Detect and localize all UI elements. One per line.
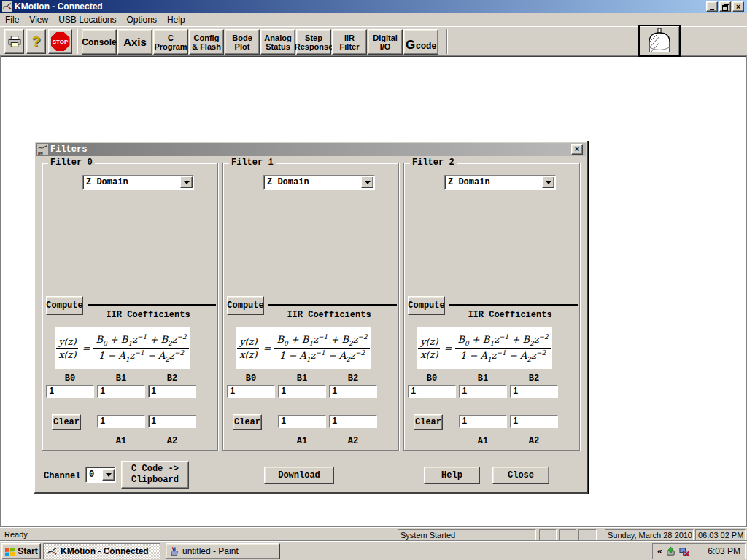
minimize-icon <box>710 9 714 10</box>
b2-label: B2 <box>329 373 377 384</box>
window-titlebar[interactable]: KMotion - Connected × <box>0 0 747 13</box>
task-paint-label: untitled - Paint <box>182 546 239 556</box>
filter0-b2-input[interactable] <box>148 385 196 398</box>
b1-label: B1 <box>459 373 507 384</box>
b0-label: B0 <box>408 373 456 384</box>
filters-close-button[interactable]: × <box>571 144 583 155</box>
status-system: System Started <box>398 529 536 540</box>
console-button[interactable]: Console <box>82 29 117 55</box>
status-time: 06:03 02 PM <box>695 529 746 540</box>
filter1-b2-input[interactable] <box>329 385 377 398</box>
filter0-b0-input[interactable] <box>46 385 94 398</box>
bode-plot-button[interactable]: Bode Plot <box>225 29 260 55</box>
a2-label: A2 <box>510 436 558 446</box>
filter0-coeff-heading: IIR Coefficients <box>82 310 214 320</box>
dropdown-arrow-button[interactable] <box>361 176 374 188</box>
filter0-a1-input[interactable] <box>97 415 145 428</box>
dropdown-arrow-button[interactable] <box>102 469 115 481</box>
toolbar-buttons: Console Axis C Program Config & Flash Bo… <box>82 29 439 55</box>
menu-file[interactable]: File <box>0 14 24 26</box>
filter1-coeff-heading: IIR Coefficients <box>263 310 395 320</box>
filters-dialog-titlebar[interactable]: DM Filters × <box>36 143 586 156</box>
filter0-a2-input[interactable] <box>148 415 196 428</box>
toolbar: ? STOP Console Axis C Program Config & F… <box>0 26 747 55</box>
a2-label: A2 <box>148 436 196 446</box>
start-button[interactable]: Start <box>1 543 41 559</box>
filter2-clear-button[interactable]: Clear <box>414 414 443 430</box>
task-kmotion[interactable]: KMotion - Connected <box>43 543 160 559</box>
filter0-compute-button[interactable]: Compute <box>46 296 83 315</box>
dropdown-arrow-button[interactable] <box>542 176 554 188</box>
menu-help[interactable]: Help <box>162 14 190 26</box>
c-program-button[interactable]: C Program <box>153 29 188 55</box>
download-button[interactable]: Download <box>264 467 334 484</box>
filter0-domain-select[interactable]: Z Domain <box>82 175 194 190</box>
close-button[interactable]: × <box>732 1 744 12</box>
b1-label: B1 <box>278 373 326 384</box>
filter1-b0-input[interactable] <box>227 385 275 398</box>
analog-status-button[interactable]: Analog Status <box>260 29 295 55</box>
filter2-a1-input[interactable] <box>459 415 507 428</box>
help-button-dialog[interactable]: Help <box>424 467 480 484</box>
digital-io-button[interactable]: Digital I/O <box>368 29 403 55</box>
a1-label: A1 <box>97 436 145 446</box>
motor-button[interactable] <box>638 25 681 57</box>
help-button[interactable]: ? <box>26 29 46 54</box>
workspace: DM Filters × Filter 0 Z Domain Compute I… <box>0 55 747 527</box>
tray-clock: 6:03 PM <box>708 546 740 556</box>
tray-chevron-button[interactable]: « <box>657 546 662 556</box>
stop-button[interactable]: STOP <box>48 29 72 54</box>
network-disconnected-icon[interactable] <box>679 546 690 557</box>
filter0-b1-input[interactable] <box>97 385 145 398</box>
filter1-b1-input[interactable] <box>278 385 326 398</box>
a1-label: A1 <box>459 436 507 446</box>
print-button[interactable] <box>4 29 24 54</box>
minimize-button[interactable] <box>706 1 718 12</box>
task-kmotion-label: KMotion - Connected <box>61 546 149 556</box>
channel-select[interactable]: 0 <box>85 467 116 483</box>
filter1-a2-input[interactable] <box>329 415 377 428</box>
system-tray: « 6:03 PM <box>652 543 746 559</box>
filter1-compute-button[interactable]: Compute <box>227 296 264 315</box>
a1-label: A1 <box>278 436 326 446</box>
filter1-clear-button[interactable]: Clear <box>233 414 262 430</box>
filter2-b2-input[interactable] <box>510 385 558 398</box>
status-ready: Ready <box>4 530 28 539</box>
filter2-b1-input[interactable] <box>459 385 507 398</box>
filter2-domain-select[interactable]: Z Domain <box>444 175 556 190</box>
filter0-clear-button[interactable]: Clear <box>52 414 81 430</box>
filter1-domain-select[interactable]: Z Domain <box>263 175 375 190</box>
a2-label: A2 <box>329 436 377 446</box>
step-response-button[interactable]: Step Response <box>296 29 331 55</box>
filters-dialog-title: Filters <box>50 144 571 155</box>
toolbar-separator <box>446 29 448 54</box>
filter2-b0-input[interactable] <box>408 385 456 398</box>
status-pane-1 <box>539 529 557 540</box>
menu-view[interactable]: View <box>24 14 53 26</box>
filter1-a1-input[interactable] <box>278 415 326 428</box>
restore-button[interactable] <box>719 1 731 12</box>
filter0-group-label: Filter 0 <box>48 158 95 168</box>
g-code-button[interactable]: G code <box>403 29 438 55</box>
svg-text:DM: DM <box>38 151 43 155</box>
filter1-group: Filter 1 Z Domain Compute IIR Coefficien… <box>222 163 399 451</box>
close-icon: × <box>736 3 740 11</box>
filter2-a2-input[interactable] <box>510 415 558 428</box>
dropdown-arrow-button[interactable] <box>180 176 193 188</box>
ccode-clipboard-button[interactable]: C Code -> Clipboard <box>121 461 189 489</box>
menu-usb-locations[interactable]: USB Locations <box>53 14 121 26</box>
task-paint[interactable]: untitled - Paint <box>166 543 280 559</box>
stop-icon: STOP <box>51 32 70 51</box>
kmotion-task-icon <box>47 546 58 557</box>
status-pane-2 <box>559 529 576 540</box>
axis-button[interactable]: Axis <box>117 29 152 55</box>
config-flash-button[interactable]: Config & Flash <box>189 29 224 55</box>
safely-remove-hardware-icon[interactable] <box>665 546 676 557</box>
menu-options[interactable]: Options <box>122 14 162 26</box>
chevron-down-icon <box>546 181 551 184</box>
close-button-dialog[interactable]: Close <box>492 467 549 484</box>
iir-filter-button[interactable]: IIR Filter <box>332 29 367 55</box>
filters-dialog: DM Filters × Filter 0 Z Domain Compute I… <box>34 141 588 494</box>
help-icon: ? <box>31 34 40 50</box>
filter2-compute-button[interactable]: Compute <box>408 296 445 315</box>
